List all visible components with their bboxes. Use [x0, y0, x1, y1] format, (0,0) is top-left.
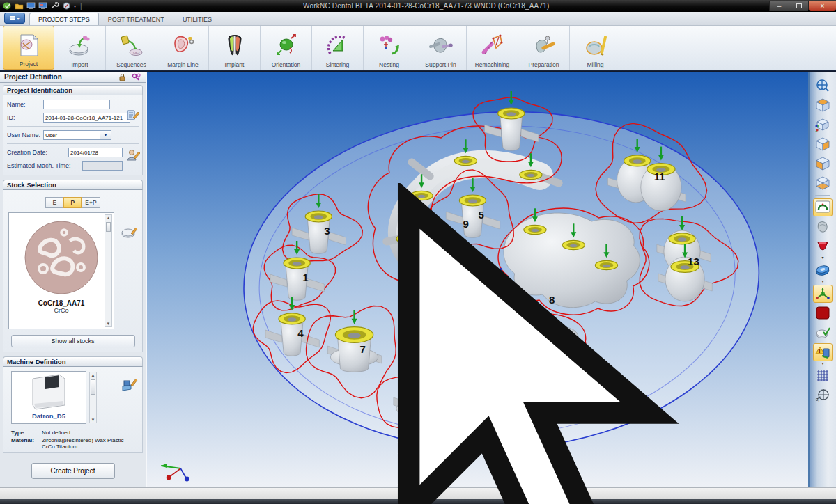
remachining-icon	[479, 33, 506, 59]
ribbon-button-implant[interactable]: Implant	[209, 26, 261, 70]
arch-view-icon[interactable]	[813, 198, 833, 216]
stock-tab-e[interactable]: E	[45, 197, 63, 208]
zoom-pan-icon[interactable]	[813, 77, 833, 95]
tab-post-treatment[interactable]: POST TREATMENT	[99, 13, 173, 25]
measure-icon[interactable]: 0,	[813, 386, 833, 404]
ribbon-button-nesting[interactable]: Nesting	[364, 26, 415, 70]
open-folder-icon[interactable]	[15, 2, 24, 10]
machine-section-header: Machine Definition	[3, 356, 143, 367]
view-toolbar: ▾ ▾ ! ▾ 0,	[808, 72, 836, 487]
tab-utilities[interactable]: UTILITIES	[173, 13, 221, 25]
lock-icon[interactable]	[118, 73, 126, 81]
ribbon-button-support-pin[interactable]: Support Pin	[415, 26, 467, 70]
stock-disc-dropdown-caret[interactable]: ▾	[821, 280, 823, 284]
type-value: Not defined	[42, 430, 70, 436]
part-number-label: 6	[426, 395, 431, 407]
ribbon-button-sequences[interactable]: CoCr Sequences	[106, 26, 157, 70]
project-icon	[15, 32, 42, 58]
quick-access-toolbar: ▾ |	[0, 2, 84, 10]
part-number-label: 9	[463, 218, 468, 230]
crown-dropdown-caret[interactable]: ▾	[821, 256, 823, 260]
stock-color-icon[interactable]	[813, 304, 833, 322]
edit-id-icon[interactable]	[126, 108, 140, 122]
stock-disc-icon[interactable]	[813, 261, 833, 279]
stock-section-header: Stock Selection	[3, 180, 143, 190]
window-title: WorkNC Dental BETA 2014-01-28-CoCr18_AA7…	[84, 2, 769, 10]
id-label: ID:	[7, 114, 43, 121]
ribbon-button-project[interactable]: Project	[3, 26, 54, 70]
edit-machine-icon[interactable]	[121, 377, 138, 391]
origin-axes-icon[interactable]	[813, 285, 833, 303]
edit-user-icon[interactable]	[126, 148, 140, 162]
milling-icon	[582, 33, 609, 59]
view-cube-right-icon[interactable]	[813, 135, 833, 153]
id-input[interactable]	[43, 113, 130, 123]
collision-dropdown-caret[interactable]: ▾	[821, 362, 823, 366]
view-cube-axes-icon[interactable]	[813, 116, 833, 134]
disc-check-icon[interactable]	[813, 324, 833, 342]
machine-origin-label: Machine Origin	[460, 277, 503, 284]
mach-time-input	[82, 161, 123, 171]
ribbon-button-orientation[interactable]: Orientation	[261, 26, 312, 70]
material-label: Material:	[11, 437, 42, 450]
wrench-icon[interactable]	[50, 2, 59, 10]
identification-title: Project Identification	[7, 86, 72, 94]
nested-part-8[interactable]: 8	[549, 294, 555, 306]
view-cube-front-icon[interactable]	[813, 155, 833, 173]
compass-icon[interactable]	[62, 2, 71, 10]
stock-disc-preview	[20, 217, 103, 299]
ribbon-label: Nesting	[379, 61, 399, 68]
application-menu-button[interactable]: ▾	[4, 13, 25, 24]
tooth-icon[interactable]	[813, 218, 833, 236]
preparation-icon	[531, 33, 557, 59]
ribbon-button-milling[interactable]: Milling	[570, 26, 621, 70]
nested-part-9[interactable]: 9	[463, 218, 468, 230]
toolbar-separator	[815, 195, 830, 196]
view-cube-iso-icon[interactable]	[813, 96, 833, 114]
monitor-2-icon[interactable]	[38, 2, 47, 10]
ribbon-button-preparation[interactable]: Preparation	[518, 26, 570, 70]
create-project-button[interactable]: Create Project	[31, 463, 115, 479]
ribbon-label: Sintering	[326, 61, 350, 68]
stock-title: Stock Selection	[7, 181, 56, 189]
user-dropdown-button[interactable]: ▼	[100, 130, 111, 140]
ribbon-label: Margin Line	[167, 61, 198, 68]
implant-icon	[222, 33, 248, 59]
crown-red-icon[interactable]	[813, 237, 833, 255]
stock-scrollbar[interactable]: ▲▼	[104, 214, 112, 327]
margin-line-icon	[170, 33, 196, 59]
name-input[interactable]	[43, 100, 110, 109]
minimize-button[interactable]: –	[769, 1, 789, 11]
monitor-icon[interactable]	[26, 2, 36, 10]
title-bar: ▾ | WorkNC Dental BETA 2014-01-28-CoCr18…	[0, 0, 836, 12]
stock-list[interactable]: CoCr18_AA71 CrCo ▲▼	[8, 212, 114, 329]
maximize-button[interactable]	[789, 1, 808, 11]
ribbon-toolbar: Project Import CoCr Sequences Margin Lin…	[0, 26, 836, 70]
machine-list[interactable]: Datron_D5 ▲▼	[11, 371, 86, 424]
ribbon-tab-row: ▾ PROJECT STEPS POST TREATMENT UTILITIES	[0, 12, 836, 26]
ribbon-label: Milling	[587, 61, 603, 68]
machine-scrollbar[interactable]: ▲▼	[89, 372, 97, 423]
ribbon-button-import[interactable]: Import	[54, 26, 106, 70]
stock-tab-ep[interactable]: E+P	[82, 197, 100, 208]
ribbon-button-margin-line[interactable]: Margin Line	[157, 26, 209, 70]
stock-tab-p[interactable]: P	[63, 197, 82, 208]
stock-material: CrCo	[9, 307, 114, 314]
tab-project-steps[interactable]: PROJECT STEPS	[29, 13, 99, 25]
svg-text:!: !	[819, 348, 821, 354]
creation-date-input[interactable]	[68, 148, 123, 157]
ribbon-button-sintering[interactable]: Sintering	[312, 26, 364, 70]
grid-icon[interactable]	[813, 367, 833, 385]
qat-dropdown-caret[interactable]: ▾	[74, 3, 76, 8]
ribbon-button-remachining[interactable]: Remachining	[467, 26, 518, 70]
user-name-value[interactable]	[43, 130, 100, 140]
edit-stock-icon[interactable]	[121, 226, 138, 239]
view-cube-bottom-icon[interactable]	[813, 174, 833, 192]
keys-icon[interactable]	[132, 73, 141, 81]
3d-viewport[interactable]: 314765981113 Machine Origin	[146, 72, 808, 487]
close-button[interactable]: ×	[808, 1, 836, 11]
show-all-stocks-button[interactable]: Show all stocks	[11, 335, 135, 347]
part-number-label: 7	[360, 343, 366, 355]
collision-check-icon[interactable]: !	[813, 343, 833, 361]
worknc-logo-icon[interactable]	[3, 2, 12, 10]
